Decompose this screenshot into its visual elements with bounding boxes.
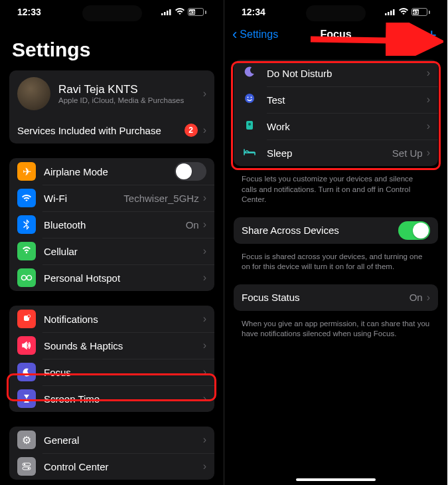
chevron-right-icon: ›: [427, 67, 430, 79]
moon-icon: [242, 66, 258, 80]
status-footer: When you give an app permission, it can …: [224, 315, 447, 340]
notifications-cell[interactable]: Notifications ›: [9, 306, 214, 332]
hourglass-icon: [17, 389, 36, 408]
focus-footer: Focus lets you customize your devices an…: [224, 170, 447, 205]
badge-icon: [242, 120, 258, 133]
bed-icon: [242, 147, 258, 159]
screentime-cell[interactable]: Screen Time ›: [9, 385, 214, 412]
svg-rect-14: [390, 11, 392, 15]
svg-point-10: [24, 464, 26, 466]
back-button[interactable]: ‹ Settings: [232, 29, 278, 41]
svg-rect-15: [393, 9, 395, 15]
nav-bar: ‹ Settings Focus +: [224, 20, 447, 49]
chevron-right-icon: ›: [203, 313, 206, 325]
connectivity-group: ✈︎ Airplane Mode Wi-Fi Techwiser_5GHz › …: [9, 158, 214, 291]
apple-id-group: Ravi Teja KNTS Apple ID, iCloud, Media &…: [9, 70, 214, 144]
badge: 2: [185, 124, 198, 137]
focus-screen: 12:34 43 ‹ Settings Focus + Do: [224, 0, 447, 485]
wifi-icon: [398, 7, 409, 17]
profile-sub: Apple ID, iCloud, Media & Purchases: [58, 96, 203, 104]
share-footer: Focus is shared across your devices, and…: [224, 248, 447, 272]
svg-rect-3: [169, 9, 171, 15]
notifications-group: Notifications › Sounds & Haptics › Focus…: [9, 306, 214, 412]
moon-icon: [17, 363, 36, 381]
work-cell[interactable]: Work ›: [234, 113, 438, 140]
dynamic-island: [82, 5, 142, 21]
airplane-toggle[interactable]: [175, 162, 206, 181]
test-cell[interactable]: Test ›: [234, 86, 438, 113]
signal-icon: [161, 7, 172, 17]
control-center-cell[interactable]: Control Center ›: [9, 453, 214, 480]
add-button[interactable]: +: [424, 25, 439, 45]
status-group: Focus Status On ›: [234, 284, 438, 311]
battery-icon: 43: [411, 8, 430, 16]
wifi-icon: [17, 189, 36, 207]
battery-icon: 43: [188, 8, 206, 16]
switches-icon: [17, 457, 36, 476]
home-indicator: [296, 478, 376, 481]
svg-point-17: [248, 97, 249, 98]
chevron-right-icon: ›: [427, 147, 430, 159]
airplane-mode-cell[interactable]: ✈︎ Airplane Mode: [9, 158, 214, 185]
speaker-icon: [17, 336, 36, 355]
svg-rect-1: [164, 12, 166, 15]
focus-status-cell[interactable]: Focus Status On ›: [234, 284, 438, 311]
bluetooth-cell[interactable]: Bluetooth On ›: [9, 211, 214, 238]
dnd-cell[interactable]: Do Not Disturb ›: [234, 60, 438, 86]
chevron-right-icon: ›: [203, 124, 206, 136]
chevron-right-icon: ›: [203, 460, 206, 472]
svg-rect-13: [388, 12, 390, 15]
avatar: [17, 77, 50, 110]
svg-rect-12: [385, 13, 387, 15]
bell-icon: [17, 310, 36, 328]
chevron-right-icon: ›: [203, 192, 206, 204]
svg-rect-2: [167, 11, 169, 15]
share-group: Share Across Devices: [234, 217, 438, 244]
svg-point-7: [27, 315, 30, 318]
chevron-right-icon: ›: [427, 94, 430, 106]
status-time: 12:34: [242, 7, 265, 17]
svg-point-4: [22, 276, 27, 280]
chevron-right-icon: ›: [427, 292, 430, 304]
focus-cell[interactable]: Focus ›: [9, 359, 214, 385]
nav-title: Focus: [320, 29, 351, 41]
svg-point-18: [251, 97, 252, 98]
wifi-icon: [175, 7, 185, 17]
chevron-right-icon: ›: [203, 272, 206, 284]
share-toggle[interactable]: [398, 221, 430, 240]
focus-modes-group: Do Not Disturb › Test › Work › Sleep Set…: [234, 60, 438, 166]
svg-rect-0: [161, 13, 163, 15]
cellular-cell[interactable]: Cellular ›: [9, 238, 214, 264]
svg-point-16: [245, 94, 254, 103]
hotspot-cell[interactable]: Personal Hotspot ›: [9, 264, 214, 291]
profile-name: Ravi Teja KNTS: [58, 83, 203, 96]
chevron-right-icon: ›: [203, 366, 206, 378]
signal-icon: [385, 7, 396, 17]
chevron-right-icon: ›: [203, 245, 206, 257]
smiley-icon: [242, 93, 258, 106]
status-time: 12:33: [17, 7, 41, 17]
sleep-cell[interactable]: Sleep Set Up ›: [234, 140, 438, 166]
page-title: Settings: [0, 20, 224, 70]
airplane-icon: ✈︎: [17, 162, 36, 181]
general-cell[interactable]: ⚙︎ General ›: [9, 427, 214, 453]
svg-point-20: [248, 123, 251, 126]
share-cell[interactable]: Share Across Devices: [234, 217, 438, 244]
chevron-right-icon: ›: [203, 434, 206, 446]
chevron-right-icon: ›: [203, 219, 206, 231]
svg-point-11: [28, 468, 30, 470]
gear-icon: ⚙︎: [17, 431, 36, 449]
hotspot-icon: [17, 268, 36, 287]
apple-id-cell[interactable]: Ravi Teja KNTS Apple ID, iCloud, Media &…: [9, 70, 214, 117]
chevron-right-icon: ›: [203, 393, 206, 405]
services-cell[interactable]: Services Included with Purchase 2 ›: [9, 117, 214, 144]
dynamic-island: [306, 5, 366, 21]
chevron-right-icon: ›: [203, 88, 206, 100]
cellular-icon: [17, 242, 36, 260]
wifi-cell[interactable]: Wi-Fi Techwiser_5GHz ›: [9, 185, 214, 211]
bluetooth-icon: [17, 215, 36, 234]
plus-icon: +: [427, 25, 437, 45]
chevron-right-icon: ›: [427, 120, 430, 132]
sounds-cell[interactable]: Sounds & Haptics ›: [9, 332, 214, 359]
settings-screen: 12:33 43 Settings Ravi Teja KNTS Apple I…: [0, 0, 224, 485]
